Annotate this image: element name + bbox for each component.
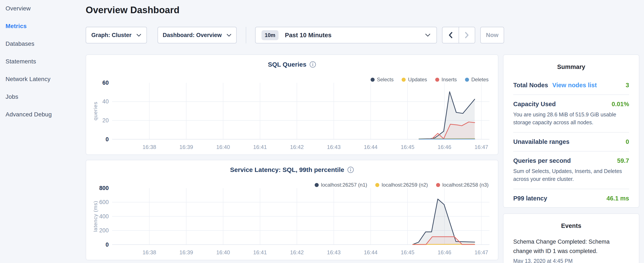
svg-text:16:40: 16:40 (216, 249, 230, 255)
summary-row: Unavailable ranges0 (513, 132, 629, 151)
svg-text:16:45: 16:45 (401, 249, 414, 255)
summary-rows: Total NodesView nodes list3Capacity Used… (513, 76, 629, 208)
svg-text:16:45: 16:45 (401, 144, 414, 150)
summary-row-head: Unavailable ranges0 (513, 138, 629, 145)
graph-dropdown-label: Graph: Cluster (91, 32, 132, 39)
graph-dropdown[interactable]: Graph: Cluster (86, 27, 147, 43)
chevron-right-icon (464, 32, 470, 39)
sidebar-item-databases[interactable]: Databases (6, 41, 34, 47)
summary-row-label: P99 latency (513, 195, 547, 202)
summary-row-label: Capacity Used (513, 101, 556, 108)
summary-row-value: 3 (626, 82, 629, 89)
sidebar-item-network-latency[interactable]: Network Latency (6, 76, 50, 83)
svg-text:16:41: 16:41 (253, 249, 267, 255)
page-title: Overview Dashboard (86, 5, 180, 15)
service-latency-chart-card: Service Latency: SQL, 99th percentile lo… (86, 160, 498, 260)
events-list: Schema Change Completed: Schema change w… (513, 237, 629, 263)
svg-text:16:38: 16:38 (142, 144, 156, 150)
chevron-down-icon (425, 34, 430, 37)
svg-text:16:47: 16:47 (474, 249, 488, 255)
summary-row-head: Capacity Used0.01% (513, 101, 629, 108)
svg-text:16:47: 16:47 (474, 144, 488, 150)
line-chart: 16:3816:3916:4016:4116:4216:4316:4416:45… (86, 55, 498, 154)
chevron-down-icon (226, 34, 232, 37)
time-range-selector[interactable]: 10m Past 10 Minutes (255, 27, 437, 43)
svg-text:16:44: 16:44 (364, 249, 378, 255)
event-item: Schema Change Completed: Schema change w… (513, 237, 629, 263)
summary-row-description: Sum of Selects, Updates, Inserts, and De… (513, 167, 629, 183)
svg-text:16:39: 16:39 (180, 144, 193, 150)
svg-text:0: 0 (106, 136, 109, 143)
summary-row: Capacity Used0.01%You are using 28.6 MiB… (513, 95, 629, 132)
summary-row-head: P99 latency46.1 ms (513, 195, 629, 202)
svg-text:16:44: 16:44 (364, 144, 378, 150)
next-timespan-button[interactable] (458, 27, 475, 43)
svg-text:16:39: 16:39 (180, 249, 193, 255)
svg-text:16:43: 16:43 (327, 249, 340, 255)
sidebar-item-statements[interactable]: Statements (6, 58, 36, 65)
svg-text:16:46: 16:46 (438, 144, 451, 150)
sidebar-item-overview[interactable]: Overview (6, 5, 30, 12)
summary-row-value: 46.1 ms (606, 195, 629, 202)
summary-panel: Summary Total NodesView nodes list3Capac… (503, 55, 639, 208)
controls-divider (246, 27, 246, 43)
svg-text:queries: queries (92, 102, 98, 120)
now-button[interactable]: Now (480, 27, 504, 43)
summary-row-description: You are using 28.6 MiB of 515.9 GiB usab… (513, 111, 629, 126)
svg-text:200: 200 (99, 227, 109, 234)
sidebar-item-metrics[interactable]: Metrics (6, 23, 26, 30)
summary-row-label: Queries per second (513, 157, 571, 164)
sql-queries-chart-card: SQL Queries SelectsUpdatesInsertsDeletes… (86, 55, 498, 155)
summary-row-value: 59.7 (617, 157, 629, 164)
svg-text:16:46: 16:46 (438, 249, 451, 255)
summary-row-label: Total Nodes (513, 82, 548, 89)
summary-row-label: Unavailable ranges (513, 138, 569, 145)
svg-text:400: 400 (99, 213, 109, 220)
svg-text:40: 40 (102, 98, 109, 105)
event-timestamp: May 13, 2020 at 4:45 PM (513, 258, 629, 263)
time-step-buttons (442, 27, 475, 43)
chevron-down-icon (136, 34, 142, 37)
summary-row: Total NodesView nodes list3 (513, 76, 629, 95)
dashboard-dropdown[interactable]: Dashboard: Overview (158, 27, 237, 43)
svg-text:600: 600 (99, 199, 109, 205)
svg-text:16:41: 16:41 (253, 144, 267, 150)
summary-row-link[interactable]: View nodes list (552, 82, 597, 89)
summary-row: Queries per second59.7Sum of Selects, Up… (513, 151, 629, 189)
svg-text:0: 0 (106, 241, 109, 248)
svg-text:16:42: 16:42 (290, 144, 304, 150)
sidebar-item-jobs[interactable]: Jobs (6, 93, 18, 100)
time-range-badge: 10m (262, 30, 278, 40)
summary-heading: Summary (504, 63, 639, 70)
summary-row-value: 0 (626, 138, 629, 145)
svg-text:20: 20 (102, 117, 109, 124)
svg-text:latency (ms): latency (ms) (92, 201, 98, 232)
sidebar-item-advanced-debug[interactable]: Advanced Debug (6, 111, 52, 118)
svg-text:16:38: 16:38 (142, 249, 156, 255)
events-panel: Events Schema Change Completed: Schema c… (503, 213, 639, 263)
svg-text:16:43: 16:43 (327, 144, 340, 150)
summary-row-value: 0.01% (612, 101, 629, 108)
line-chart: 16:3816:3916:4016:4116:4216:4316:4416:45… (86, 160, 498, 260)
summary-row-head: Total NodesView nodes list3 (513, 82, 629, 89)
svg-text:16:40: 16:40 (216, 144, 230, 150)
svg-text:16:42: 16:42 (290, 249, 304, 255)
summary-row-head: Queries per second59.7 (513, 157, 629, 164)
event-message: Schema Change Completed: Schema change w… (513, 237, 629, 256)
sidebar-nav: OverviewMetricsDatabasesStatementsNetwor… (0, 0, 85, 263)
svg-text:60: 60 (102, 80, 109, 86)
previous-timespan-button[interactable] (442, 27, 458, 43)
time-range-label: Past 10 Minutes (285, 32, 332, 39)
svg-text:800: 800 (99, 185, 109, 191)
dashboard-dropdown-label: Dashboard: Overview (163, 32, 222, 39)
events-heading: Events (504, 222, 639, 229)
chevron-left-icon (448, 32, 453, 39)
summary-row: P99 latency46.1 ms (513, 189, 629, 208)
